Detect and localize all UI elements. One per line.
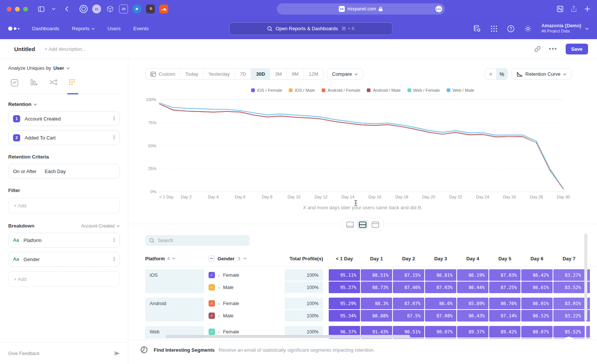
series-checkbox[interactable]: ✓ bbox=[209, 300, 215, 307]
apps-grid-icon[interactable] bbox=[491, 25, 497, 32]
date-range-today[interactable]: Today bbox=[181, 69, 204, 79]
retention-value-cell[interactable]: 90.1% bbox=[425, 338, 456, 339]
retention-value-cell[interactable]: 88.07% bbox=[521, 326, 553, 338]
legend-item[interactable]: iOS / Male bbox=[289, 88, 315, 92]
global-search-input[interactable]: Open Reports & Dashboards ⌘ + K bbox=[229, 22, 393, 35]
legend-item[interactable]: Web / Male bbox=[447, 88, 474, 92]
day-column-header[interactable]: Day 4 bbox=[457, 256, 488, 261]
expand-chevron-icon[interactable]: › bbox=[218, 285, 220, 290]
retention-chart[interactable]: 100%75%50%25%0%< 1 DayDay 2Day 4Day 6Day… bbox=[145, 97, 572, 200]
breakdown-event-selector[interactable]: Account Created bbox=[81, 223, 120, 229]
retention-value-cell[interactable]: 88.88% bbox=[361, 310, 392, 321]
series-checkbox[interactable]: ✓ bbox=[209, 329, 215, 335]
m-extension-icon[interactable]: m bbox=[92, 4, 101, 13]
retention-value-cell[interactable]: 86.42% bbox=[521, 269, 553, 281]
table-search-input[interactable]: Search bbox=[145, 235, 250, 246]
retention-value-cell[interactable]: 86.61% bbox=[521, 282, 553, 293]
mixpanel-logo[interactable] bbox=[8, 26, 19, 31]
total-profiles-header[interactable]: Total Profile(s) bbox=[285, 256, 323, 261]
site-options-icon[interactable]: ••• bbox=[435, 6, 442, 12]
date-range-custom[interactable]: Custom bbox=[146, 69, 181, 79]
gender-column-header[interactable]: Gender 3 bbox=[209, 255, 282, 261]
share-icon[interactable] bbox=[571, 6, 577, 12]
retention-value-cell[interactable]: 87.5% bbox=[393, 310, 424, 321]
expand-chevron-icon[interactable]: › bbox=[218, 330, 220, 334]
criteria-operator[interactable]: On or After bbox=[13, 169, 37, 174]
copy-link-icon[interactable] bbox=[534, 46, 541, 52]
percent-toggle[interactable]: % bbox=[496, 69, 507, 79]
retention-value-cell[interactable]: 89.37% bbox=[457, 326, 488, 338]
legend-item[interactable]: iOS / Female bbox=[251, 88, 282, 92]
date-range-7d[interactable]: 7D bbox=[235, 69, 251, 79]
breakdown-gender[interactable]: Aa Gender ••• bbox=[8, 252, 120, 267]
settings-gear-icon[interactable] bbox=[524, 25, 532, 32]
onepassword-extension-icon[interactable] bbox=[79, 5, 88, 13]
retention-value-cell[interactable]: 86.6% bbox=[425, 298, 456, 309]
tab-retention[interactable] bbox=[68, 79, 78, 94]
date-range-12m[interactable]: 12M bbox=[304, 69, 323, 79]
platform-cell[interactable]: iOS bbox=[145, 269, 204, 293]
expand-chevron-icon[interactable]: › bbox=[218, 314, 220, 318]
series-checkbox[interactable]: ✓ bbox=[209, 272, 215, 278]
tab-funnels[interactable] bbox=[29, 79, 39, 94]
new-tab-icon[interactable] bbox=[584, 6, 590, 12]
save-button[interactable]: Save bbox=[566, 44, 588, 54]
retention-value-cell[interactable]: 89.4% bbox=[457, 338, 488, 339]
date-range-yesterday[interactable]: Yesterday bbox=[204, 69, 235, 79]
vertical-scrollbar[interactable] bbox=[584, 233, 587, 321]
gender-cell[interactable]: ✓›Male bbox=[209, 338, 282, 339]
split-view-toggle[interactable] bbox=[357, 220, 368, 229]
expand-chevron-icon[interactable]: › bbox=[218, 273, 220, 277]
chart-only-toggle[interactable] bbox=[344, 220, 356, 229]
series-checkbox[interactable]: ✓ bbox=[209, 313, 215, 319]
patreon-extension-icon[interactable] bbox=[146, 4, 155, 13]
retention-value-cell[interactable]: 83.22% bbox=[553, 310, 585, 321]
analyze-uniques-value[interactable]: User bbox=[53, 65, 64, 71]
help-icon[interactable] bbox=[507, 25, 515, 32]
step-options-icon[interactable]: ••• bbox=[113, 116, 115, 121]
gender-cell[interactable]: ✓›Male bbox=[209, 310, 282, 321]
legend-item[interactable]: Android / Female bbox=[322, 88, 360, 92]
legend-item[interactable]: Android / Male bbox=[367, 88, 400, 92]
soundcloud-extension-icon[interactable] bbox=[159, 4, 168, 13]
retention-value-cell[interactable]: 87.08% bbox=[425, 310, 456, 321]
nav-users[interactable]: Users bbox=[107, 26, 121, 31]
retention-value-cell[interactable]: 87.15% bbox=[393, 269, 424, 281]
compare-button[interactable]: Compare bbox=[327, 68, 363, 80]
minimize-window-button[interactable] bbox=[15, 7, 20, 12]
gender-cell[interactable]: ✓›Female bbox=[209, 298, 282, 309]
retention-value-cell[interactable]: 86.01% bbox=[521, 298, 553, 309]
add-description[interactable]: + Add description... bbox=[45, 46, 86, 52]
data-management-icon[interactable] bbox=[473, 25, 481, 32]
address-bar[interactable]: mixpanel.com ••• bbox=[277, 3, 445, 15]
retention-value-cell[interactable]: 90.5% bbox=[393, 338, 424, 339]
retention-criteria-selector[interactable]: On or After Each Day bbox=[8, 164, 120, 179]
retention-value-cell[interactable]: 85.52% bbox=[553, 326, 585, 338]
retention-value-cell[interactable]: 86.43% bbox=[457, 310, 488, 321]
retention-value-cell[interactable]: 87.14% bbox=[489, 310, 521, 321]
breakdown-add-button[interactable]: + Add bbox=[8, 271, 120, 287]
retention-value-cell[interactable]: 86.44% bbox=[457, 282, 488, 293]
table-only-toggle[interactable] bbox=[370, 220, 381, 229]
breakdown-options-icon[interactable]: ••• bbox=[113, 238, 115, 242]
chevron-down-icon[interactable] bbox=[49, 4, 59, 14]
more-options-icon[interactable]: ••• bbox=[549, 46, 557, 52]
js-extension-icon[interactable]: JS bbox=[119, 4, 128, 13]
back-button[interactable] bbox=[62, 4, 71, 14]
retention-value-cell[interactable]: 86.19% bbox=[457, 269, 488, 281]
retention-value-cell[interactable]: 86.81% bbox=[425, 269, 456, 281]
filter-add-button[interactable]: + Add bbox=[8, 198, 120, 213]
retention-value-cell[interactable]: 88.73% bbox=[361, 282, 392, 293]
gender-cell[interactable]: ✓›Female bbox=[209, 269, 282, 281]
expand-chevron-icon[interactable]: › bbox=[218, 301, 220, 306]
retention-step-1[interactable]: 1 Account Created ••• bbox=[8, 111, 120, 126]
retention-value-cell[interactable]: 89.42% bbox=[489, 326, 521, 338]
date-range-30d[interactable]: 30D bbox=[251, 69, 270, 79]
gender-select-all-checkbox[interactable] bbox=[209, 255, 215, 261]
window-controls[interactable] bbox=[7, 7, 28, 12]
give-feedback-link[interactable]: Give Feedback bbox=[8, 351, 40, 356]
breakdown-options-icon[interactable]: ••• bbox=[113, 257, 115, 261]
tab-insights[interactable] bbox=[10, 79, 19, 94]
breakdown-platform[interactable]: Aa Platform ••• bbox=[8, 233, 120, 248]
retention-value-cell[interactable]: 95.37% bbox=[329, 282, 360, 293]
